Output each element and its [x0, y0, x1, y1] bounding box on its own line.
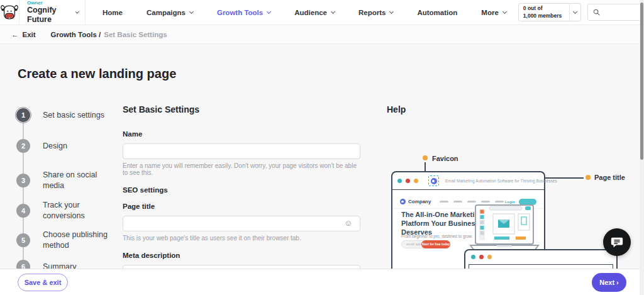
page-title-help-text: This is your web page's title as users s… — [123, 235, 301, 242]
breadcrumb-bar: ← Exit Growth Tools / Set Basic Settings — [0, 25, 644, 44]
global-search: All — [587, 4, 644, 21]
chevron-down-icon — [389, 9, 394, 14]
mock-logo-icon — [400, 199, 406, 204]
help-section-title: Help — [387, 104, 406, 114]
name-input[interactable] — [123, 143, 360, 159]
step-number: 6 — [16, 260, 30, 269]
page-title-input[interactable] — [123, 216, 360, 231]
members-count-line1: 0 out of — [523, 5, 543, 11]
page-title-label: Page title — [123, 203, 155, 210]
primary-nav: Home Campaigns Growth Tools Audience Rep… — [91, 0, 518, 25]
nav-item-more[interactable]: More — [469, 9, 518, 16]
mock-login-link: Login — [505, 200, 515, 204]
nav-item-reports[interactable]: Reports — [347, 9, 405, 16]
mock-page-frame — [469, 264, 613, 269]
chat-bubble-icon — [610, 235, 624, 249]
chevron-down-icon — [573, 9, 577, 14]
cow-logo-icon — [0, 4, 19, 21]
step-label: Choose publishing method — [43, 230, 117, 251]
chevron-down-icon — [75, 9, 79, 13]
stepper-item-design[interactable]: 2 Design — [16, 139, 117, 153]
step-label: Share on social media — [43, 170, 117, 191]
members-caret[interactable] — [569, 4, 580, 21]
favicon-annotation-label: Favicon — [432, 155, 458, 162]
browser-tab-bar: Email Marketing Automation Software for … — [392, 172, 544, 190]
step-number: 5 — [16, 233, 30, 247]
step-number: 3 — [16, 174, 30, 187]
chat-support-button[interactable] — [603, 228, 631, 256]
account-role: Owner — [27, 0, 70, 6]
stepper-item-share-social[interactable]: 3 Share on social media — [16, 170, 117, 191]
exit-label: Exit — [23, 31, 36, 38]
browser-mockup-window-2 — [464, 249, 618, 269]
window-dot-teal — [397, 179, 402, 183]
meta-description-label: Meta description — [123, 252, 180, 259]
nav-item-automation[interactable]: Automation — [405, 9, 469, 16]
form-title: Set Basic Settings — [123, 104, 199, 114]
emoji-picker-icon[interactable]: ☺ — [344, 218, 352, 228]
step-label: Track your conversions — [43, 200, 117, 221]
breadcrumb[interactable]: Growth Tools / — [51, 31, 101, 38]
app-screen: Owner Cognify Future Home Campaigns Grow… — [0, 0, 644, 295]
step-number: 2 — [16, 139, 30, 153]
chevron-down-icon — [189, 9, 194, 14]
name-help-text: Enter a name you will remember easily. D… — [123, 162, 360, 176]
topbar-right-controls: 0 out of 1,000 members All ? — [518, 3, 644, 21]
stepper-item-summary[interactable]: 6 Summary — [16, 260, 117, 269]
stepper-item-publishing-method[interactable]: 5 Choose publishing method — [16, 230, 117, 251]
search-icon — [593, 9, 600, 16]
seo-settings-heading: SEO settings — [123, 186, 168, 194]
window-dot-yellow — [414, 179, 418, 183]
step-number: 1 — [16, 108, 30, 122]
save-and-exit-button[interactable]: Save & exit — [18, 274, 68, 291]
scrollbar-track[interactable] — [640, 0, 644, 295]
mock-cta-button: Start for free today — [421, 240, 450, 248]
app-logo[interactable] — [0, 4, 19, 21]
browser-tab-title: Email Marketing Automation Software for … — [445, 179, 557, 183]
arrow-left-icon: ← — [11, 31, 19, 38]
favicon-annotation-dot — [423, 155, 428, 160]
main-content: Create a new landing page 1 Set basic se… — [0, 44, 644, 269]
chevron-down-icon — [331, 9, 335, 14]
nav-item-campaigns[interactable]: Campaigns — [135, 9, 205, 16]
mock-company-logo: Company — [400, 199, 431, 204]
favicon-icon — [431, 178, 437, 184]
laptop-illustration — [465, 204, 542, 254]
step-label: Design — [43, 141, 117, 152]
window-dot-red — [479, 255, 484, 259]
stepper-item-basic-settings[interactable]: 1 Set basic settings — [16, 108, 117, 122]
nav-item-audience[interactable]: Audience — [282, 9, 347, 16]
account-switcher[interactable]: Owner Cognify Future — [19, 0, 86, 25]
scrollbar-thumb[interactable] — [640, 3, 643, 160]
mock-nav-links — [440, 201, 504, 203]
step-label: Summary — [43, 262, 117, 269]
page-title: Create a new landing page — [18, 67, 176, 81]
members-plan-dropdown[interactable]: 0 out of 1,000 members — [518, 3, 581, 21]
window-dot-teal — [471, 255, 475, 259]
breadcrumb-current: Set Basic Settings — [104, 31, 167, 38]
chevron-down-icon — [267, 9, 271, 14]
members-count-line2: 1,000 members — [523, 13, 562, 19]
next-button[interactable]: Next › — [592, 273, 626, 292]
top-navigation-bar: Owner Cognify Future Home Campaigns Grow… — [0, 0, 644, 25]
wizard-footer: Save & exit Next › — [0, 269, 644, 295]
exit-button[interactable]: ← Exit — [11, 31, 36, 38]
page-title-annotation-dot — [586, 175, 591, 180]
nav-item-home[interactable]: Home — [91, 9, 135, 16]
search-input[interactable] — [604, 9, 638, 16]
page-title-annotation-label: Page title — [594, 174, 625, 181]
account-name: Cognify Future — [27, 6, 70, 25]
mock-subline: From beginner to pro, destined to grow. — [401, 234, 472, 238]
name-label: Name — [123, 130, 142, 138]
window-dot-red — [406, 179, 410, 183]
chevron-down-icon — [502, 9, 507, 14]
window-dot-yellow — [487, 255, 492, 259]
stepper-item-track-conversions[interactable]: 4 Track your conversions — [16, 200, 117, 221]
step-label: Set basic settings — [43, 110, 117, 121]
favicon-highlight-box — [428, 175, 439, 186]
step-number: 4 — [16, 204, 30, 218]
nav-item-growth-tools[interactable]: Growth Tools — [205, 9, 282, 16]
